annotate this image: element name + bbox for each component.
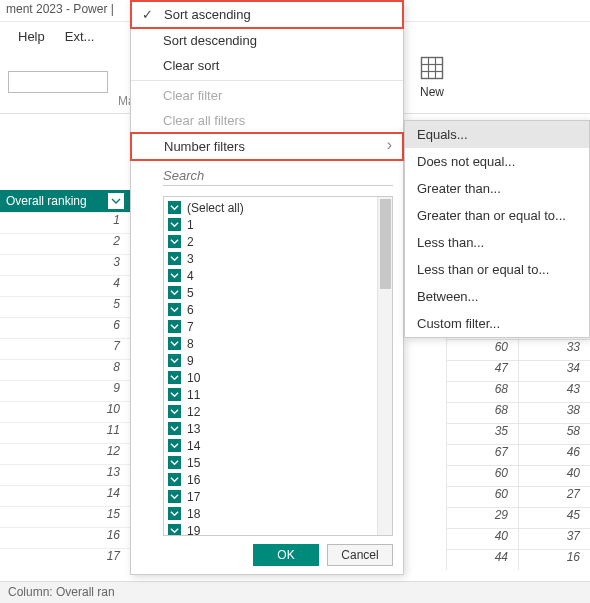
clear-sort[interactable]: Clear sort	[131, 53, 403, 78]
list-item[interactable]: 11	[168, 386, 388, 403]
checkbox-icon[interactable]	[168, 490, 181, 503]
scrollbar[interactable]	[377, 197, 392, 535]
filter-dropdown-icon[interactable]	[108, 193, 124, 209]
table-row[interactable]: 6843	[446, 381, 590, 402]
rank-cell[interactable]: 4	[0, 275, 130, 296]
table-row[interactable]: 2945	[446, 507, 590, 528]
list-item-label: 4	[187, 269, 194, 283]
status-bar: Column: Overall ran	[0, 581, 590, 603]
checkbox-icon[interactable]	[168, 354, 181, 367]
list-item[interactable]: (Select all)	[168, 199, 388, 216]
column-header[interactable]: Overall ranking	[0, 190, 130, 212]
checkbox-icon[interactable]	[168, 507, 181, 520]
checkbox-icon[interactable]	[168, 473, 181, 486]
rank-cell[interactable]: 14	[0, 485, 130, 506]
list-item[interactable]: 2	[168, 233, 388, 250]
checkbox-icon[interactable]	[168, 422, 181, 435]
ok-button[interactable]: OK	[253, 544, 319, 566]
checkbox-icon[interactable]	[168, 371, 181, 384]
cancel-button[interactable]: Cancel	[327, 544, 393, 566]
checkbox-icon[interactable]	[168, 456, 181, 469]
table-cell: 60	[446, 466, 518, 486]
rank-cell[interactable]: 6	[0, 317, 130, 338]
sort-ascending[interactable]: ✓ Sort ascending	[130, 0, 404, 29]
rank-cell[interactable]: 17	[0, 548, 130, 569]
list-item[interactable]: 6	[168, 301, 388, 318]
submenu-item[interactable]: Between...	[405, 283, 589, 310]
rank-cell[interactable]: 16	[0, 527, 130, 548]
list-item[interactable]: 13	[168, 420, 388, 437]
rank-cell[interactable]: 7	[0, 338, 130, 359]
table-row[interactable]: 6040	[446, 465, 590, 486]
submenu-item[interactable]: Greater than...	[405, 175, 589, 202]
checkbox-icon[interactable]	[168, 524, 181, 536]
table-row[interactable]: 4037	[446, 528, 590, 549]
list-item[interactable]: 19	[168, 522, 388, 536]
list-item[interactable]: 7	[168, 318, 388, 335]
checkbox-icon[interactable]	[168, 269, 181, 282]
list-item[interactable]: 17	[168, 488, 388, 505]
rank-cell[interactable]: 8	[0, 359, 130, 380]
table-cell: 33	[518, 340, 590, 360]
table-row[interactable]: 6746	[446, 444, 590, 465]
rank-cell[interactable]: 1	[0, 212, 130, 233]
checkbox-icon[interactable]	[168, 303, 181, 316]
list-item[interactable]: 5	[168, 284, 388, 301]
checkbox-icon[interactable]	[168, 439, 181, 452]
menu-external[interactable]: Ext...	[65, 29, 95, 44]
table-row[interactable]: 6027	[446, 486, 590, 507]
checkbox-icon[interactable]	[168, 337, 181, 350]
submenu-item[interactable]: Less than or equal to...	[405, 256, 589, 283]
checkbox-icon[interactable]	[168, 252, 181, 265]
menu-help[interactable]: Help	[18, 29, 45, 44]
new-button[interactable]: New	[406, 54, 458, 99]
rank-cell[interactable]: 2	[0, 233, 130, 254]
search-input[interactable]	[163, 166, 393, 186]
rank-cell[interactable]: 9	[0, 380, 130, 401]
checkbox-icon[interactable]	[168, 218, 181, 231]
rank-cell[interactable]: 15	[0, 506, 130, 527]
checkbox-icon[interactable]	[168, 405, 181, 418]
rank-cell[interactable]: 11	[0, 422, 130, 443]
list-item[interactable]: 4	[168, 267, 388, 284]
rank-cell[interactable]: 10	[0, 401, 130, 422]
list-item[interactable]: 8	[168, 335, 388, 352]
list-item-label: 10	[187, 371, 200, 385]
checkbox-icon[interactable]	[168, 286, 181, 299]
filter-dropdown: ✓ Sort ascending Sort descending Clear s…	[130, 0, 404, 575]
number-filters[interactable]: Number filters	[130, 132, 404, 161]
list-item[interactable]: 16	[168, 471, 388, 488]
checkbox-icon[interactable]	[168, 235, 181, 248]
ribbon-input[interactable]	[8, 71, 108, 93]
table-row[interactable]: 3558	[446, 423, 590, 444]
checkbox-icon[interactable]	[168, 201, 181, 214]
list-item[interactable]: 10	[168, 369, 388, 386]
list-item-label: 3	[187, 252, 194, 266]
table-row[interactable]: 6033	[446, 339, 590, 360]
list-item[interactable]: 14	[168, 437, 388, 454]
submenu-item[interactable]: Does not equal...	[405, 148, 589, 175]
submenu-item[interactable]: Greater than or equal to...	[405, 202, 589, 229]
list-item[interactable]: 15	[168, 454, 388, 471]
scrollbar-thumb[interactable]	[380, 199, 391, 289]
sort-descending[interactable]: Sort descending	[131, 28, 403, 53]
submenu-item[interactable]: Less than...	[405, 229, 589, 256]
table-row[interactable]: 4734	[446, 360, 590, 381]
list-item[interactable]: 9	[168, 352, 388, 369]
rank-cell[interactable]: 5	[0, 296, 130, 317]
submenu-item[interactable]: Custom filter...	[405, 310, 589, 337]
list-item[interactable]: 1	[168, 216, 388, 233]
submenu-item[interactable]: Equals...	[405, 121, 589, 148]
rank-cell[interactable]: 3	[0, 254, 130, 275]
list-item[interactable]: 18	[168, 505, 388, 522]
rank-cell[interactable]: 12	[0, 443, 130, 464]
checkbox-icon[interactable]	[168, 320, 181, 333]
list-item[interactable]: 3	[168, 250, 388, 267]
list-item[interactable]: 12	[168, 403, 388, 420]
table-row[interactable]: 6838	[446, 402, 590, 423]
rank-cell[interactable]: 13	[0, 464, 130, 485]
check-icon: ✓	[142, 7, 153, 22]
table-row[interactable]: 4416	[446, 549, 590, 570]
table-icon	[418, 54, 446, 82]
checkbox-icon[interactable]	[168, 388, 181, 401]
